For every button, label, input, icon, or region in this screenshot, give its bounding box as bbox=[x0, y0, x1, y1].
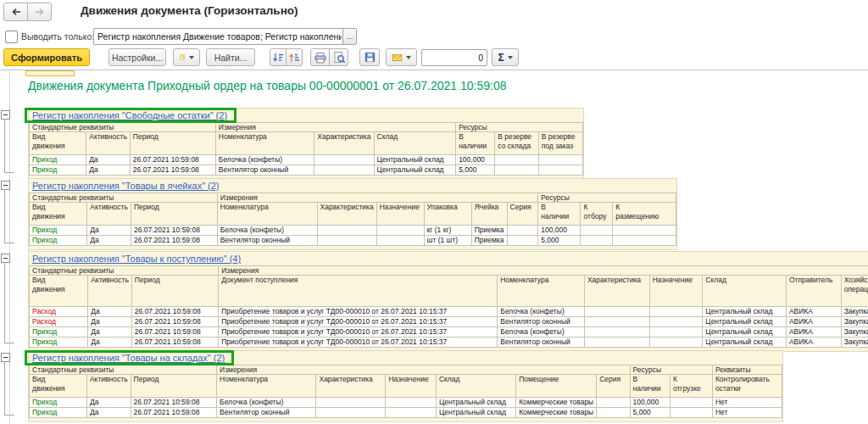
column-header-cell[interactable]: Назначение bbox=[386, 375, 437, 398]
table-cell[interactable]: Приход bbox=[30, 165, 86, 176]
table-cell[interactable] bbox=[495, 165, 538, 176]
table-cell[interactable]: Приход bbox=[30, 155, 86, 165]
table-cell[interactable]: 26.07.2021 10:59:08 bbox=[131, 226, 217, 236]
register-title-link[interactable]: Регистр накопления "Товары на складах" (… bbox=[25, 350, 234, 365]
table-cell[interactable]: Приобретение товаров и услуг ТД00-000010… bbox=[219, 338, 498, 348]
table-cell[interactable] bbox=[538, 165, 582, 176]
table-cell[interactable]: Закупка bbox=[841, 317, 868, 327]
table-cell[interactable] bbox=[584, 338, 649, 348]
table-cell[interactable]: АВИКА bbox=[786, 338, 841, 348]
table-cell[interactable]: Центральный склад bbox=[436, 398, 515, 408]
table-cell[interactable] bbox=[584, 317, 649, 327]
table-cell[interactable]: Приход bbox=[30, 236, 87, 246]
table-cell[interactable]: Белочка (конфеты) bbox=[217, 398, 316, 408]
filter-more-button[interactable]: ... bbox=[342, 28, 357, 45]
column-header-cell[interactable]: Помещение bbox=[516, 375, 597, 398]
column-header-cell[interactable]: Контролировать остатки bbox=[712, 375, 782, 398]
back-button[interactable] bbox=[3, 3, 28, 21]
register-title-link[interactable]: Регистр накопления "Товары в ячейках" (2… bbox=[25, 178, 229, 193]
copy-variants-button[interactable] bbox=[173, 48, 200, 66]
column-header-cell[interactable]: Вид движения bbox=[30, 375, 87, 398]
send-mail-button[interactable] bbox=[386, 48, 417, 66]
table-cell[interactable]: Да bbox=[86, 398, 131, 408]
column-header-cell[interactable]: Документ поступления bbox=[219, 276, 498, 307]
table-cell[interactable]: АВИКА bbox=[786, 307, 841, 317]
column-header-cell[interactable]: Характеристика bbox=[584, 276, 649, 307]
column-header-cell[interactable]: Назначение bbox=[376, 203, 424, 226]
column-header-cell[interactable]: Номенклатура bbox=[217, 375, 316, 398]
table-cell[interactable] bbox=[495, 155, 538, 165]
table-cell[interactable]: Приемка bbox=[471, 226, 507, 236]
table-cell[interactable]: АВИКА bbox=[786, 327, 841, 338]
table-cell[interactable] bbox=[670, 408, 712, 418]
column-header-cell[interactable]: Номенклатура bbox=[215, 132, 314, 155]
table-cell[interactable]: Да bbox=[86, 165, 131, 176]
table-cell[interactable]: Центральный склад bbox=[703, 317, 787, 327]
table-cell[interactable] bbox=[613, 226, 676, 236]
table-cell[interactable] bbox=[386, 398, 437, 408]
table-cell[interactable]: Вентилятор оконный bbox=[215, 165, 314, 176]
table-cell[interactable] bbox=[649, 317, 703, 327]
column-header-cell[interactable]: Вид движения bbox=[30, 276, 88, 307]
forward-button[interactable] bbox=[27, 3, 52, 21]
table-cell[interactable]: Приобретение товаров и услуг ТД00-000010… bbox=[219, 307, 498, 317]
table-cell[interactable] bbox=[317, 236, 376, 246]
column-header-cell[interactable]: Период bbox=[131, 375, 216, 398]
column-header-cell[interactable]: В наличии bbox=[538, 203, 581, 226]
table-cell[interactable]: Закупка bbox=[841, 307, 868, 317]
table-cell[interactable]: 5,000 bbox=[630, 408, 670, 418]
table-cell[interactable]: 26.07.2021 10:59:08 bbox=[131, 408, 216, 418]
column-header-cell[interactable]: Номенклатура bbox=[498, 276, 585, 307]
table-cell[interactable]: Коммерческие товары bbox=[516, 398, 597, 408]
table-cell[interactable]: Центральный склад bbox=[436, 408, 515, 418]
column-header-cell[interactable]: Склад bbox=[374, 132, 456, 155]
table-cell[interactable]: 26.07.2021 10:59:08 bbox=[131, 236, 217, 246]
column-header-cell[interactable]: В резерве под заказ bbox=[538, 132, 582, 155]
save-button[interactable] bbox=[359, 48, 380, 66]
column-header-cell[interactable]: Вид движения bbox=[30, 132, 86, 155]
column-header-cell[interactable]: В наличии bbox=[630, 375, 670, 398]
table-cell[interactable] bbox=[538, 155, 582, 165]
column-header-cell[interactable]: Склад bbox=[703, 276, 787, 307]
filter-input[interactable] bbox=[93, 28, 346, 45]
column-header-cell[interactable]: В наличии bbox=[456, 132, 495, 155]
print-preview-button[interactable] bbox=[329, 48, 348, 66]
table-cell[interactable] bbox=[314, 165, 374, 176]
table-cell[interactable]: Нет bbox=[712, 408, 782, 418]
table-cell[interactable] bbox=[386, 408, 437, 418]
table-cell[interactable]: 26.07.2021 10:59:08 bbox=[131, 317, 218, 327]
table-cell[interactable]: 26.07.2021 10:59:08 bbox=[131, 398, 216, 408]
group-header-cell[interactable]: Стандартные реквизиты bbox=[30, 193, 218, 203]
group-header-cell[interactable]: Стандартные реквизиты bbox=[30, 123, 216, 132]
autosum-value-field[interactable] bbox=[421, 49, 487, 66]
table-cell[interactable]: Коммерческие товары bbox=[516, 408, 597, 418]
column-header-cell[interactable]: Серия bbox=[597, 375, 630, 398]
table-cell[interactable] bbox=[649, 327, 703, 338]
group-header-cell[interactable]: Измерения bbox=[217, 365, 631, 375]
table-cell[interactable]: 100,000 bbox=[538, 226, 581, 236]
table-cell[interactable]: Да bbox=[86, 155, 131, 165]
table-cell[interactable]: Закупка bbox=[841, 327, 868, 338]
table-cell[interactable]: 26.07.2021 10:59:08 bbox=[131, 307, 218, 317]
table-cell[interactable]: АВИКА bbox=[786, 317, 841, 327]
table-cell[interactable] bbox=[581, 236, 613, 246]
table-cell[interactable]: Центральный склад bbox=[374, 155, 456, 165]
table-cell[interactable]: Центральный склад bbox=[703, 327, 787, 338]
column-header-cell[interactable]: Ячейка bbox=[471, 203, 507, 226]
table-cell[interactable] bbox=[584, 307, 649, 317]
table-cell[interactable]: Приход bbox=[30, 408, 87, 418]
table-cell[interactable]: Приобретение товаров и услуг ТД00-000010… bbox=[219, 327, 498, 338]
table-cell[interactable]: Белочка (конфеты) bbox=[498, 307, 585, 317]
table-cell[interactable] bbox=[316, 398, 386, 408]
column-header-cell[interactable]: Период bbox=[131, 276, 218, 307]
column-header-cell[interactable]: Серия bbox=[507, 203, 538, 226]
table-cell[interactable] bbox=[581, 226, 613, 236]
register-title-link[interactable]: Регистр накопления "Товары к поступлению… bbox=[25, 251, 250, 266]
print-button[interactable] bbox=[310, 48, 330, 66]
collapse-groups-button[interactable] bbox=[270, 48, 287, 66]
table-cell[interactable] bbox=[507, 226, 538, 236]
column-header-cell[interactable]: Характеристика bbox=[317, 203, 376, 226]
table-cell[interactable] bbox=[670, 398, 712, 408]
column-header-cell[interactable]: Вид движения bbox=[30, 203, 87, 226]
register-title-link[interactable]: Регистр накопления "Свободные остатки" (… bbox=[25, 108, 236, 123]
